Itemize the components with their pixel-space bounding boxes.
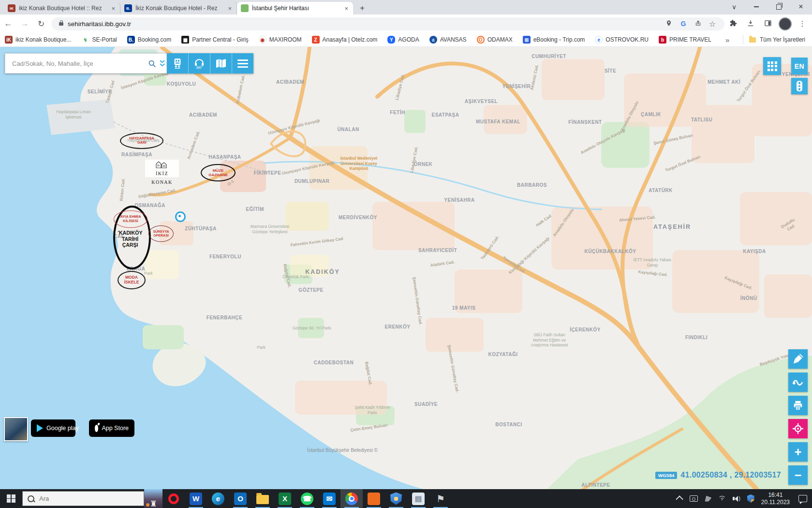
clock-time: 16:41 bbox=[761, 492, 790, 499]
city-guide-button[interactable] bbox=[210, 53, 232, 74]
bookmark-item[interactable]: YAGODA bbox=[387, 36, 419, 44]
tab-close-icon[interactable]: × bbox=[110, 5, 116, 12]
taskbar-apps: WeOX☎✉▤⚑ bbox=[162, 489, 452, 508]
desktop: iKikiz Konak Boutique Hotel :: Rez×B.İki… bbox=[0, 0, 812, 508]
clear-map-button[interactable] bbox=[788, 349, 808, 369]
measure-button[interactable] bbox=[788, 373, 808, 392]
taskbar-search-input[interactable] bbox=[38, 494, 127, 503]
datum-badge: WGS84 bbox=[655, 472, 677, 479]
taskbar-app-notepad[interactable]: ▤ bbox=[407, 489, 429, 508]
crosshair-icon bbox=[792, 423, 804, 434]
print-button[interactable] bbox=[788, 396, 808, 415]
bookmark-item[interactable]: eOSTROVOK.RU bbox=[595, 36, 649, 44]
google-play-badge[interactable]: Google play bbox=[31, 419, 75, 437]
locate-me-button[interactable] bbox=[788, 419, 808, 438]
map-icon bbox=[215, 58, 227, 69]
location-pin-icon[interactable] bbox=[662, 20, 676, 28]
taskbar-app-edge[interactable]: e bbox=[207, 489, 229, 508]
traffic-button[interactable] bbox=[791, 78, 808, 94]
start-button[interactable] bbox=[0, 489, 22, 508]
new-tab-button[interactable]: + bbox=[356, 2, 369, 15]
tray-expand-chevron-icon[interactable] bbox=[678, 496, 683, 501]
taskbar-app-defender[interactable] bbox=[385, 489, 407, 508]
url-text[interactable]: sehirharitasi.ibb.gov.tr bbox=[68, 20, 662, 28]
tab-close-icon[interactable]: × bbox=[343, 5, 349, 12]
zoom-out-button[interactable]: − bbox=[788, 465, 808, 485]
close-button[interactable]: × bbox=[790, 0, 812, 14]
metro-lines-button[interactable] bbox=[167, 53, 188, 74]
bookmark-item[interactable]: B.Booking.com bbox=[127, 36, 171, 44]
browser-menu-icon[interactable]: ⋮ bbox=[794, 19, 811, 28]
notification-center-icon[interactable] bbox=[797, 495, 807, 502]
taskbar-clock[interactable]: 16:41 20.11.2023 bbox=[761, 492, 790, 506]
bookmark-item[interactable]: ↯SE-Portal bbox=[81, 36, 117, 44]
taskbar-app-whatsapp[interactable]: ☎ bbox=[296, 489, 318, 508]
bookmark-item[interactable]: ◉MAXIROOM bbox=[259, 36, 302, 44]
building-icon bbox=[155, 160, 169, 168]
metro-station-icon[interactable] bbox=[175, 211, 186, 222]
bookmark-item[interactable]: iKikiz Konak Boutique... bbox=[5, 36, 71, 44]
browser-tab[interactable]: İstanbul Şehir Haritası× bbox=[237, 2, 353, 15]
profile-avatar[interactable] bbox=[779, 17, 792, 30]
svg-text:360°: 360° bbox=[196, 66, 203, 69]
panorama-360-button[interactable]: 360° bbox=[188, 53, 210, 74]
extensions-puzzle-icon[interactable] bbox=[724, 19, 742, 29]
browser-toolbar: ← → ↻ sehirharitasi.ibb.gov.tr G ☆ ⋮ bbox=[0, 15, 812, 33]
bookmark-star-icon[interactable]: ☆ bbox=[705, 19, 720, 29]
tab-favicon: B. bbox=[124, 4, 132, 12]
zoom-in-button[interactable]: + bbox=[788, 442, 808, 462]
bookmark-item[interactable]: ⊞eBooking - Trip.com bbox=[523, 36, 585, 44]
onedrive-icon[interactable] bbox=[705, 496, 711, 502]
taskbar-app-flag-app[interactable]: ⚑ bbox=[429, 489, 452, 508]
all-bookmarks[interactable]: Tüm Yer İşaretleri bbox=[743, 35, 812, 45]
wifi-icon[interactable] bbox=[718, 496, 726, 501]
bookmark-label: ikiz Konak Boutique... bbox=[15, 36, 71, 43]
taskbar-app-orange-app[interactable] bbox=[363, 489, 385, 508]
edge-icon: e bbox=[212, 493, 224, 505]
app-store-badge[interactable]: App Store bbox=[89, 419, 134, 437]
tab-strip-tabs: iKikiz Konak Boutique Hotel :: Rez×B.İki… bbox=[0, 0, 353, 15]
annotation-moda-iskele: MODA İSKELE bbox=[118, 271, 146, 289]
layers-grid-button[interactable] bbox=[763, 57, 781, 75]
taskbar-app-chrome[interactable] bbox=[340, 489, 363, 508]
bookmark-item[interactable]: OODAMAX bbox=[477, 36, 513, 44]
bookmark-item[interactable]: ▦Partner Central - Giriş bbox=[181, 36, 249, 44]
back-icon[interactable]: ← bbox=[0, 19, 16, 29]
menu-button[interactable] bbox=[232, 53, 253, 74]
sidebar-icon[interactable] bbox=[759, 19, 777, 29]
map-search-input[interactable] bbox=[11, 60, 144, 68]
tab-close-icon[interactable]: × bbox=[227, 5, 233, 12]
taskbar-search[interactable] bbox=[22, 491, 144, 506]
taskbar-app-excel[interactable]: X bbox=[274, 489, 296, 508]
cast-display-icon[interactable] bbox=[690, 495, 698, 502]
taskbar-app-outlook[interactable]: O bbox=[229, 489, 251, 508]
taskbar-app-explorer[interactable] bbox=[251, 489, 274, 508]
browser-tab[interactable]: iKikiz Konak Boutique Hotel :: Rez× bbox=[4, 2, 120, 15]
volume-icon[interactable]: ) bbox=[733, 496, 740, 502]
security-shield-icon[interactable] bbox=[747, 494, 754, 503]
basemap-switcher-thumbnail[interactable] bbox=[4, 417, 28, 441]
forward-icon[interactable]: → bbox=[16, 19, 33, 29]
expand-chevrons-icon[interactable] bbox=[157, 54, 167, 73]
bookmark-item[interactable]: aAVANSAS bbox=[429, 36, 467, 44]
reload-icon[interactable]: ↻ bbox=[33, 19, 49, 29]
bookmark-item[interactable]: bPRIME TRAVEL bbox=[659, 36, 711, 44]
browser-tab[interactable]: B.İkiz Konak Boutique Hotel - Rez× bbox=[120, 2, 237, 15]
restore-button[interactable] bbox=[768, 0, 790, 14]
language-button[interactable]: EN bbox=[791, 58, 808, 75]
map-search-box[interactable] bbox=[5, 53, 167, 74]
download-icon[interactable] bbox=[742, 19, 759, 29]
taskbar-app-word[interactable]: W bbox=[185, 489, 207, 508]
tab-search-chevron-icon[interactable]: ∨ bbox=[723, 0, 745, 14]
taskbar-app-mail[interactable]: ✉ bbox=[318, 489, 340, 508]
google-icon[interactable]: G bbox=[676, 20, 691, 28]
widgets-castle-icon[interactable]: ♜ bbox=[144, 489, 162, 508]
address-bar[interactable]: sehirharitasi.ibb.gov.tr G ☆ bbox=[51, 17, 724, 30]
map-canvas[interactable]: SELİMİYEKOŞUYOLUACIBADEMACIBADEMCUMHURİY… bbox=[0, 47, 812, 490]
folder-icon bbox=[749, 37, 756, 43]
bookmarks-overflow-chevron[interactable]: » bbox=[725, 36, 729, 44]
share-icon[interactable] bbox=[691, 20, 705, 28]
taskbar-app-opera[interactable] bbox=[162, 489, 185, 508]
bookmark-item[interactable]: ZAnasayfa | Otelz.com bbox=[312, 36, 378, 44]
minimize-button[interactable] bbox=[745, 0, 768, 14]
